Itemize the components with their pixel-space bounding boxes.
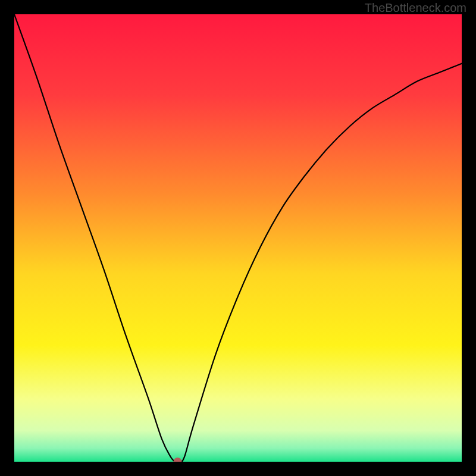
chart-frame bbox=[14, 14, 462, 462]
bottleneck-curve bbox=[14, 14, 462, 462]
optimum-marker bbox=[173, 458, 181, 462]
watermark-text: TheBottleneck.com bbox=[365, 1, 466, 15]
